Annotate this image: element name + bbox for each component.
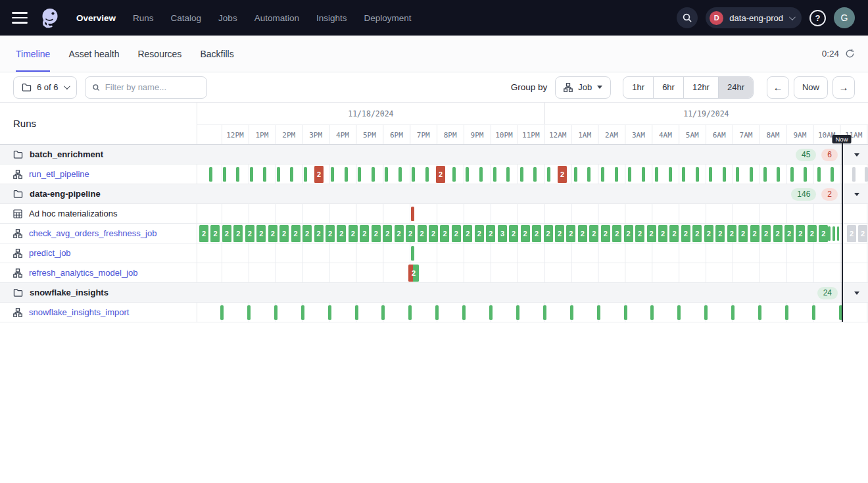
row-name[interactable]: snowflake_insights_import <box>29 307 129 317</box>
run-bar[interactable]: 2 <box>337 225 346 242</box>
run-bar[interactable] <box>758 305 761 320</box>
run-bar[interactable] <box>852 167 856 182</box>
run-bar[interactable]: 2 <box>509 225 518 242</box>
run-bar[interactable] <box>506 167 510 182</box>
run-bar[interactable] <box>543 305 546 320</box>
run-bar[interactable] <box>828 226 831 241</box>
run-bar[interactable] <box>736 167 739 182</box>
run-bar[interactable] <box>865 167 868 182</box>
run-bar[interactable] <box>704 305 708 320</box>
run-bar[interactable]: 2 <box>858 225 867 242</box>
avatar[interactable]: G <box>834 7 855 28</box>
run-bar[interactable]: 2 <box>681 225 690 242</box>
now-button[interactable]: Now <box>794 76 828 99</box>
run-bar[interactable] <box>763 167 767 182</box>
run-bar[interactable] <box>812 305 815 320</box>
run-bar[interactable] <box>831 167 834 182</box>
row-name[interactable]: check_avg_orders_freshness_job <box>29 228 157 238</box>
run-bar[interactable] <box>290 167 293 182</box>
run-bar[interactable] <box>777 167 780 182</box>
run-bar[interactable]: 2 <box>245 225 254 242</box>
group-by-dropdown[interactable]: Job <box>555 76 611 99</box>
run-bar[interactable]: 2 <box>658 225 667 242</box>
expand-caret-button[interactable] <box>854 283 859 302</box>
run-bar[interactable] <box>358 167 361 182</box>
run-bar[interactable] <box>412 167 415 182</box>
run-bar[interactable]: 2 <box>578 225 587 242</box>
run-bar[interactable]: 2 <box>475 225 484 242</box>
run-bar[interactable] <box>247 305 251 320</box>
run-bar[interactable]: 2 <box>314 166 324 183</box>
run-bar[interactable] <box>331 167 334 182</box>
nav-item-deployment[interactable]: Deployment <box>364 13 411 23</box>
run-bar[interactable]: 2 <box>847 225 856 242</box>
run-bar[interactable] <box>650 305 654 320</box>
run-bar[interactable]: 2 <box>669 225 679 242</box>
run-bar[interactable] <box>655 167 658 182</box>
run-bar[interactable] <box>398 167 402 182</box>
run-bar[interactable] <box>601 167 604 182</box>
run-bar[interactable]: 2 <box>647 225 656 242</box>
run-bar[interactable] <box>750 167 753 182</box>
run-bar[interactable] <box>785 305 788 320</box>
run-bar[interactable] <box>385 167 388 182</box>
run-bar[interactable]: 2 <box>773 225 783 242</box>
run-bar[interactable] <box>301 305 304 320</box>
tab-resources[interactable]: Resources <box>137 36 181 72</box>
run-bar[interactable] <box>372 167 375 182</box>
tab-backfills[interactable]: Backfills <box>200 36 233 72</box>
run-bar[interactable] <box>493 167 496 182</box>
tab-timeline[interactable]: Timeline <box>16 36 50 72</box>
row-name[interactable]: refresh_analytics_model_job <box>29 268 137 278</box>
run-bar[interactable]: 2 <box>291 225 301 242</box>
run-bar[interactable] <box>669 167 672 182</box>
run-bar[interactable]: 2 <box>463 225 472 242</box>
run-bar[interactable]: 2 <box>601 225 610 242</box>
run-bar[interactable]: 2 <box>486 225 495 242</box>
run-bar[interactable]: 2 <box>796 225 805 242</box>
run-bar[interactable]: 2 <box>429 225 438 242</box>
run-bar[interactable]: 2 <box>233 225 243 242</box>
run-bar[interactable]: 2 <box>819 225 828 242</box>
filter-input[interactable] <box>105 82 200 92</box>
run-bar[interactable]: 2 <box>624 225 633 242</box>
run-bar[interactable] <box>425 167 429 182</box>
range-6hr[interactable]: 6hr <box>653 77 683 98</box>
run-bar[interactable]: 2 <box>256 225 266 242</box>
run-bar[interactable] <box>817 167 821 182</box>
run-bar[interactable]: 2 <box>383 225 392 242</box>
run-bar[interactable]: 2 <box>521 225 530 242</box>
run-bar[interactable] <box>435 305 439 320</box>
run-bar[interactable]: 2 <box>555 225 564 242</box>
run-bar[interactable]: 2 <box>738 225 748 242</box>
run-bar[interactable]: 2 <box>566 225 575 242</box>
menu-icon[interactable] <box>12 12 28 24</box>
run-bar[interactable]: 2 <box>210 225 220 242</box>
run-bar[interactable]: 2 <box>268 225 277 242</box>
run-bar[interactable]: 2 <box>222 225 231 242</box>
run-bar[interactable] <box>236 167 239 182</box>
run-bar[interactable]: 2 <box>199 225 208 242</box>
nav-item-runs[interactable]: Runs <box>133 13 154 23</box>
run-bar[interactable]: 2 <box>704 225 713 242</box>
range-12hr[interactable]: 12hr <box>683 77 718 98</box>
run-bar[interactable] <box>790 167 794 182</box>
run-bar[interactable] <box>804 167 807 182</box>
run-bar[interactable]: 2 <box>418 225 427 242</box>
run-bar[interactable]: 2 <box>360 225 369 242</box>
run-bar[interactable] <box>731 305 735 320</box>
row-name[interactable]: predict_job <box>29 248 71 258</box>
run-bar[interactable] <box>547 167 550 182</box>
run-bar[interactable] <box>452 167 456 182</box>
run-bar[interactable]: 2 <box>750 225 760 242</box>
run-bar[interactable]: 2 <box>727 225 736 242</box>
run-bar[interactable]: 3 <box>498 225 507 242</box>
run-bar[interactable] <box>677 305 681 320</box>
run-bar[interactable]: 2 <box>436 166 445 183</box>
nav-item-insights[interactable]: Insights <box>316 13 347 23</box>
run-bar[interactable] <box>220 305 224 320</box>
tab-asset-health[interactable]: Asset health <box>68 36 119 72</box>
run-bar[interactable] <box>462 305 466 320</box>
repo-filter-dropdown[interactable]: 6 of 6 <box>13 76 77 99</box>
page-left-button[interactable]: ← <box>767 76 789 99</box>
